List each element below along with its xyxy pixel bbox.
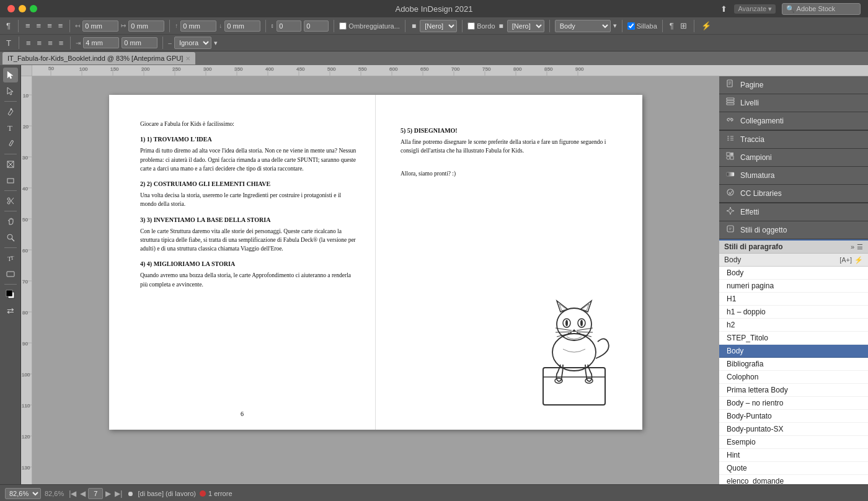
sfumatura-panel-row[interactable]: Sfumatura (719, 167, 868, 185)
avanzate-button[interactable]: Avanzate ▾ (734, 4, 776, 14)
para-style-flash-icon[interactable]: ⚡ (854, 256, 863, 264)
close-button[interactable] (7, 5, 15, 12)
rect-frame-tool[interactable] (3, 157, 18, 172)
align-center-icon[interactable]: ≡ (35, 21, 43, 30)
fullscreen-button[interactable] (30, 5, 37, 12)
ignora-select[interactable]: Ignora (174, 37, 211, 49)
tool-separator-6 (4, 284, 17, 285)
align-right-icon[interactable]: ≡ (45, 21, 54, 30)
livelli-panel-row[interactable]: Livelli (719, 94, 868, 112)
style-item-numeri-pagina[interactable]: numeri pagina (719, 280, 868, 293)
indent-right-input[interactable]: 0 mm (128, 20, 164, 32)
style-item-colophon[interactable]: Colophon (719, 371, 868, 384)
page-left[interactable]: Giocare a Fabula for Kids è facilissimo:… (109, 95, 376, 430)
svg-text:60: 60 (22, 248, 28, 254)
type-on-path-tool[interactable]: TT (3, 250, 18, 265)
style-item-esempio[interactable]: Esempio (719, 436, 868, 449)
indent-left-input[interactable]: 0 mm (82, 20, 118, 32)
fp-menu-icon[interactable]: ☰ (857, 243, 863, 251)
selection-tool[interactable] (3, 68, 18, 82)
align-left-icon[interactable]: ≡ (24, 21, 32, 30)
grid-icon[interactable]: ⊞ (678, 21, 689, 30)
fp-double-arrow-icon[interactable]: » (851, 243, 854, 250)
pen-tool[interactable] (3, 104, 18, 119)
style-item-h1-doppio[interactable]: h1 – doppio (719, 306, 868, 319)
collegamenti-panel-row[interactable]: Collegamenti (719, 112, 868, 130)
error-indicator[interactable]: 1 errore (200, 490, 232, 497)
placeholder-tool[interactable] (3, 267, 18, 282)
color-select-2[interactable]: [Nero] (507, 20, 544, 32)
style-item-body-active[interactable]: Body (719, 345, 868, 358)
traffic-lights[interactable] (7, 5, 37, 12)
para-style-new-icon[interactable]: [A+] (839, 256, 852, 264)
align-bottom-3-icon[interactable]: ≡ (46, 38, 55, 48)
tab-close-icon[interactable]: ✕ (185, 55, 190, 62)
bordo-checkbox[interactable] (467, 22, 475, 30)
column-gap-input[interactable]: 0 (304, 20, 329, 32)
body-selector-row[interactable]: Body [A+] ⚡ (719, 254, 868, 267)
direct-selection-tool[interactable] (3, 84, 18, 99)
next-page-button[interactable]: ▶ (104, 489, 112, 498)
space-before-input[interactable]: 0 mm (180, 20, 216, 32)
stili-oggetto-panel-row[interactable]: Stili di oggetto (719, 221, 868, 239)
style-item-body-puntato-sx[interactable]: Body-puntato-SX (719, 423, 868, 436)
foreground-color[interactable] (3, 287, 18, 302)
flash-icon[interactable]: ⚡ (699, 21, 713, 30)
svg-rect-20 (6, 290, 12, 296)
sillaba-checkbox[interactable] (627, 22, 635, 30)
color-select-1[interactable]: [Nero] (420, 20, 457, 32)
pagine-panel-row[interactable]: Pagine (719, 76, 868, 94)
last-page-button[interactable]: ▶| (113, 489, 123, 498)
ignora-arrow[interactable]: ▾ (214, 39, 218, 47)
prev-page-button[interactable]: ◀ (79, 489, 87, 498)
campioni-panel-row[interactable]: Campioni (719, 149, 868, 167)
zoom-tool[interactable] (3, 230, 18, 245)
para-styles-floating: Stili di paragrafo » ☰ Body [A+] ⚡ (719, 239, 868, 484)
rect-tool[interactable] (3, 173, 18, 188)
document-tab[interactable]: IT_Fabula-for-Kids_Booklet.indd @ 83% [A… (2, 52, 195, 64)
zoom-select[interactable]: 82,6% (5, 488, 41, 499)
style-dropdown-arrow[interactable]: ▾ (613, 22, 617, 30)
style-item-bibliografia[interactable]: Bibliografia (719, 358, 868, 371)
last-line-input[interactable]: 0 mm (122, 37, 157, 48)
style-select[interactable]: Body (555, 20, 611, 32)
space-after-input[interactable]: 0 mm (224, 20, 260, 32)
step5-body: Alla fine potremo disegnare le scene pre… (401, 138, 624, 156)
svg-text:20: 20 (23, 124, 29, 130)
separator-4 (265, 20, 266, 32)
pilcrow-icon[interactable]: ¶ (668, 21, 676, 30)
style-item-prima-lettera[interactable]: Prima lettera Body (719, 384, 868, 397)
hand-tool[interactable] (3, 214, 18, 229)
document-canvas[interactable]: Giocare a Fabula for Kids è facilissimo:… (32, 76, 719, 484)
style-item-h2[interactable]: h2 (719, 319, 868, 332)
type-tool[interactable]: T (3, 120, 18, 135)
columns-input[interactable]: 0 (277, 20, 301, 32)
ombreggiatura-checkbox[interactable] (339, 22, 347, 30)
align-justify-icon[interactable]: ≡ (56, 21, 65, 30)
style-item-elenco-domande[interactable]: elenco_domande (719, 475, 868, 484)
style-item-body-puntato[interactable]: Body-Puntato (719, 410, 868, 423)
svg-marker-97 (572, 329, 577, 332)
page-right[interactable]: 5) 5) DISEGNIAMO! Alla fine potremo dise… (376, 95, 642, 430)
minimize-button[interactable] (19, 5, 26, 12)
scissors-tool[interactable] (3, 193, 18, 208)
page-number-input[interactable]: 7 (88, 488, 103, 499)
style-item-quote[interactable]: Quote (719, 462, 868, 475)
align-bottom-1-icon[interactable]: ≡ (24, 38, 33, 48)
right-outer-panel: Pagine Livelli Collegament (719, 76, 868, 484)
style-item-hint[interactable]: Hint (719, 449, 868, 462)
share-icon[interactable]: ⬆ (719, 4, 729, 14)
pencil-tool[interactable] (3, 136, 18, 151)
style-item-h1[interactable]: H1 (719, 293, 868, 306)
style-item-step-titolo[interactable]: STEP_Titolo (719, 332, 868, 345)
align-bottom-4-icon[interactable]: ≡ (57, 38, 66, 48)
swap-colors-icon[interactable]: ⇄ (3, 303, 18, 318)
cc-libraries-panel-row[interactable]: CC Libraries (719, 185, 868, 203)
style-item-body-top[interactable]: Body (719, 267, 868, 280)
align-bottom-2-icon[interactable]: ≡ (35, 38, 44, 48)
style-item-body-no-rientro[interactable]: Body – no rientro (719, 397, 868, 410)
effetti-panel-row[interactable]: Effetti (719, 203, 868, 221)
first-page-button[interactable]: |◀ (68, 489, 78, 498)
traccia-panel-row[interactable]: Traccia (719, 131, 868, 149)
first-line-input[interactable]: 4 mm (83, 37, 119, 48)
